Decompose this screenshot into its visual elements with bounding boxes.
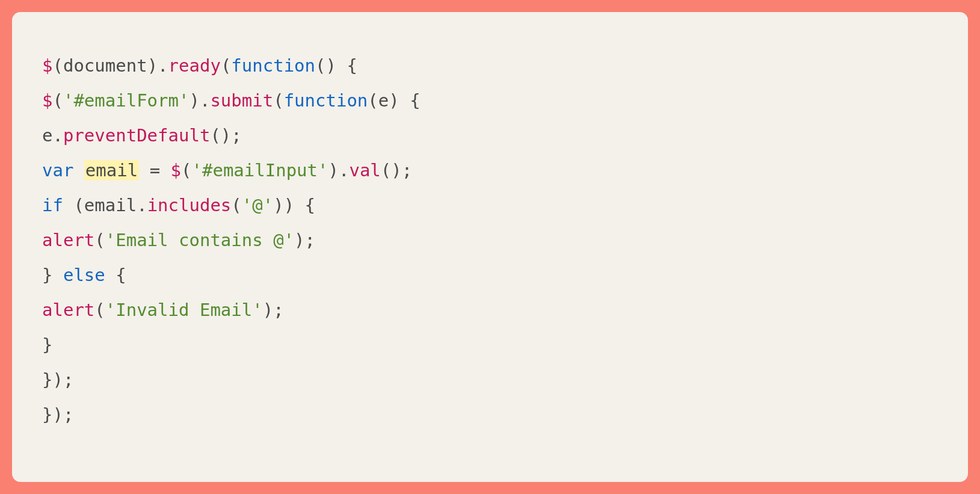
code-token: ( <box>231 195 241 215</box>
code-token: val <box>349 160 380 181</box>
code-token: . <box>137 195 147 215</box>
code-token: ( <box>52 90 63 111</box>
code-line: if (email.includes('@')) { <box>42 195 315 215</box>
code-token: ( <box>181 160 191 181</box>
code-line: } <box>42 335 52 355</box>
code-token: document <box>63 55 147 76</box>
code-token: submit <box>210 90 273 111</box>
code-token: e <box>378 90 389 111</box>
code-token <box>73 160 84 181</box>
code-token: e <box>42 125 52 146</box>
code-token: $ <box>171 160 181 181</box>
code-token: }); <box>42 404 73 425</box>
code-token: 'Invalid Email' <box>105 300 263 320</box>
code-token: $ <box>42 90 52 111</box>
code-line: e.preventDefault(); <box>42 125 242 146</box>
code-token: includes <box>147 195 232 215</box>
code-token: else <box>63 265 105 285</box>
code-token: } <box>42 335 52 355</box>
code-token: { <box>294 195 315 215</box>
code-token: ) <box>328 160 338 181</box>
code-content: $(document).ready(function() { $('#email… <box>42 48 938 432</box>
code-token: (); <box>381 160 412 181</box>
code-token: function <box>231 55 315 76</box>
code-token: . <box>52 125 63 146</box>
code-token: { <box>399 90 421 111</box>
code-token: = <box>139 160 170 181</box>
code-token: ( <box>94 300 105 320</box>
code-token: email <box>84 195 137 215</box>
code-block-panel: $(document).ready(function() { $('#email… <box>12 12 968 482</box>
code-token: '#emailForm' <box>63 90 190 111</box>
code-line: alert('Email contains @'); <box>42 230 315 250</box>
code-token: ) <box>189 90 199 111</box>
code-token: ( <box>221 55 231 76</box>
code-token: ) <box>389 90 399 111</box>
code-token: preventDefault <box>63 125 210 146</box>
code-line: $('#emailForm').submit(function(e) { <box>42 90 421 111</box>
code-token: if <box>42 195 63 215</box>
code-token: }); <box>42 369 73 390</box>
code-token: ); <box>294 230 315 250</box>
code-token: () <box>315 55 336 76</box>
code-token: alert <box>42 300 94 320</box>
code-token: ( <box>273 90 283 111</box>
code-token: )) <box>273 195 294 215</box>
code-block-frame: $(document).ready(function() { $('#email… <box>0 0 980 494</box>
code-token: email <box>84 160 139 181</box>
code-token: '@' <box>242 195 273 215</box>
code-line: }); <box>42 404 73 425</box>
code-token: var <box>42 160 73 181</box>
code-token: '#emailInput' <box>192 160 328 181</box>
code-token: 'Email contains @' <box>105 230 294 250</box>
code-token: . <box>200 90 210 111</box>
code-line: alert('Invalid Email'); <box>42 300 284 320</box>
code-token: . <box>339 160 349 181</box>
code-token: ); <box>263 300 284 320</box>
code-token: . <box>158 55 168 76</box>
code-token: { <box>336 55 357 76</box>
code-token: ( <box>368 90 378 111</box>
code-token: ready <box>168 55 221 76</box>
code-token: ( <box>94 230 105 250</box>
code-token: $ <box>42 55 52 76</box>
code-line: $(document).ready(function() { <box>42 55 357 76</box>
code-token: { <box>105 265 126 285</box>
code-token: function <box>284 90 368 111</box>
code-line: }); <box>42 369 73 390</box>
code-line: var email = $('#emailInput').val(); <box>42 160 412 181</box>
code-token: ( <box>63 195 84 215</box>
code-token: ) <box>147 55 158 76</box>
code-token: alert <box>42 230 94 250</box>
code-token: (); <box>210 125 241 146</box>
code-token: ( <box>52 55 63 76</box>
code-line: } else { <box>42 265 126 285</box>
code-token: } <box>42 265 63 285</box>
